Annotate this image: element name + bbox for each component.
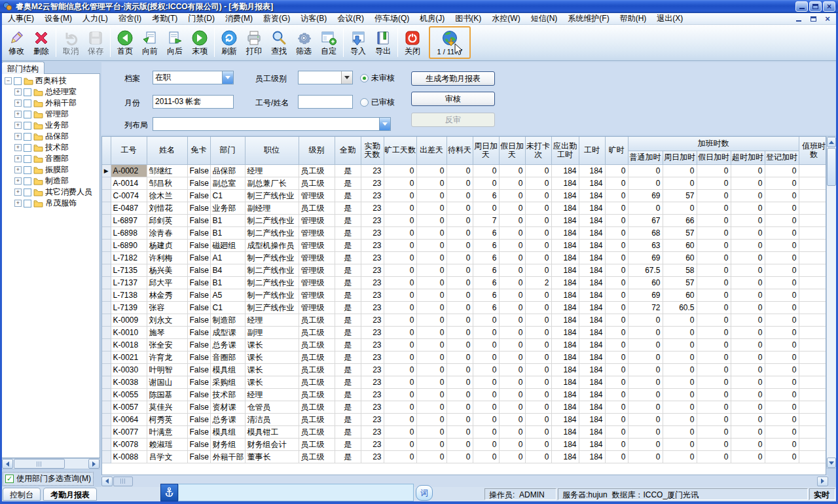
minimize-button[interactable] xyxy=(795,1,808,12)
column-header[interactable]: 待料天 xyxy=(446,137,473,164)
table-row[interactable]: K-0038谢国山False采购组课长员工级是23000000184184000… xyxy=(102,376,826,388)
checkbox-icon[interactable] xyxy=(24,177,31,185)
checkbox-icon[interactable] xyxy=(24,99,31,107)
table-row[interactable]: ▶A-0002邹继红False品保部经理员工级是2300000018418400… xyxy=(102,164,826,177)
menu-item[interactable]: 消费(M) xyxy=(220,12,258,25)
layout-select[interactable] xyxy=(153,117,391,131)
table-row[interactable]: K-0018张全安False总务课课长员工级是23000000184184000… xyxy=(102,338,826,351)
column-header[interactable]: 普通加时 xyxy=(628,151,663,164)
column-header[interactable]: 姓名 xyxy=(147,137,187,164)
export-button[interactable]: 导出 xyxy=(371,26,395,59)
mdi-restore-button[interactable] xyxy=(808,14,818,24)
dropdown-button[interactable] xyxy=(341,71,352,84)
column-header[interactable]: 周日加 天 xyxy=(473,137,499,164)
tree-item[interactable]: +帛茂服饰 xyxy=(2,198,100,209)
menu-item[interactable]: 图书(K) xyxy=(450,12,486,25)
table-row[interactable]: K-0064柯秀英False总务课清洁员员工级是2300000018418400… xyxy=(102,413,826,425)
close-button[interactable]: 关闭 xyxy=(400,26,425,59)
menu-item[interactable]: 帮助(H) xyxy=(615,12,652,25)
column-header[interactable]: 实勤 天数 xyxy=(361,137,384,164)
customize-button[interactable]: 自定 xyxy=(316,26,341,59)
sidebar-horizontal-scrollbar[interactable] xyxy=(1,458,100,469)
column-header[interactable]: 部门 xyxy=(210,137,245,164)
filter-button[interactable]: 筛选 xyxy=(291,26,316,59)
overtime-group-header[interactable]: 加班时数 xyxy=(628,137,799,151)
tree-expander-icon[interactable]: − xyxy=(5,77,12,84)
table-row[interactable]: L-7139张容FalseC1制三产线作业管理级是230006001841840… xyxy=(102,301,826,314)
column-header[interactable]: 工时 xyxy=(579,137,605,164)
tree-expander-icon[interactable]: + xyxy=(14,177,22,185)
tree-expander-icon[interactable]: + xyxy=(14,144,22,151)
chevron-down-icon[interactable] xyxy=(379,118,390,130)
column-header[interactable]: 旷时 xyxy=(605,137,628,164)
table-row[interactable]: L-7135杨兴美FalseB4制二产线作业管理级是23000600184184… xyxy=(102,264,826,276)
menu-item[interactable]: 系统维护(F) xyxy=(562,12,614,25)
table-row[interactable]: A-0014邹昌秋False副总室副总兼厂长员工级是23000000184184… xyxy=(102,177,826,189)
delete-button[interactable]: 删除 xyxy=(29,26,54,59)
record-pager-button[interactable]: 1 / 1177 xyxy=(429,26,471,59)
menu-item[interactable]: 门禁(D) xyxy=(183,12,220,25)
table-row[interactable]: K-0055陈国基False技术部经理员工级是23000000184184000… xyxy=(102,388,826,401)
menu-item[interactable]: 人事(E) xyxy=(3,12,39,25)
scroll-right-button[interactable] xyxy=(88,459,100,469)
tree-item[interactable]: +技术部 xyxy=(2,142,100,153)
menu-item[interactable]: 退出(X) xyxy=(651,12,688,25)
idname-input[interactable] xyxy=(298,95,353,109)
menu-item[interactable]: 短信(N) xyxy=(526,12,563,25)
level-select[interactable] xyxy=(298,71,353,84)
checkbox-icon[interactable] xyxy=(14,77,22,85)
menu-item[interactable]: 会议(R) xyxy=(332,12,369,25)
tree-expander-icon[interactable]: + xyxy=(14,155,22,162)
find-button[interactable]: 查找 xyxy=(266,26,291,59)
menu-item[interactable]: 宿舍(I) xyxy=(113,12,147,25)
tree-item[interactable]: +总经理室 xyxy=(2,86,100,98)
bottom-tab-active[interactable]: 考勤月报表 xyxy=(43,488,97,501)
table-row[interactable]: L-6897邱剑英FalseB1制二产线作业管理级是23000700184184… xyxy=(102,214,826,226)
tree-expander-icon[interactable]: + xyxy=(14,111,22,118)
print-button[interactable]: 打印 xyxy=(242,26,266,59)
scroll-up-button[interactable] xyxy=(827,137,836,147)
table-row[interactable]: L-7137邱大平FalseB1制二产线作业管理级是23000602184184… xyxy=(102,276,826,289)
table-row[interactable]: L-6890杨建贞False磁廻组成型机操作员管理级是2300060018418… xyxy=(102,239,826,251)
checkbox-icon[interactable] xyxy=(24,155,31,163)
tree-item[interactable]: +外籍干部 xyxy=(2,98,100,109)
tree-item[interactable]: +振膜部 xyxy=(2,164,100,175)
mdi-minimize-button[interactable] xyxy=(793,14,804,24)
last-button[interactable]: 末项 xyxy=(187,26,212,59)
menu-item[interactable]: 访客(B) xyxy=(295,12,332,25)
column-header[interactable]: 应出勤 工时 xyxy=(551,137,579,164)
bottom-tab-inactive[interactable]: 控制台 xyxy=(3,488,41,501)
scrollbar-thumb[interactable] xyxy=(827,148,836,186)
column-header[interactable]: 未打卡 次 xyxy=(525,137,551,164)
column-header[interactable]: 周日加时 xyxy=(663,151,697,164)
tree-expander-icon[interactable]: + xyxy=(14,133,22,140)
audit-button[interactable]: 审核 xyxy=(411,92,495,106)
menu-item[interactable]: 停车场(Q) xyxy=(369,12,414,25)
generate-report-button[interactable]: 生成考勤月报表 xyxy=(411,71,495,86)
month-input[interactable] xyxy=(153,95,234,109)
radio-unaudited[interactable]: 未审核 xyxy=(360,73,395,84)
next-button[interactable]: 向后 xyxy=(162,26,187,59)
first-button[interactable]: 首页 xyxy=(113,26,137,59)
archive-select[interactable]: 在职 xyxy=(153,71,234,84)
radio-audited[interactable]: 已审核 xyxy=(360,97,395,108)
column-header[interactable]: 超时加时 xyxy=(731,151,765,164)
scroll-right-button[interactable] xyxy=(817,477,828,486)
ime-word-button[interactable]: 词 xyxy=(416,485,433,501)
restore-button[interactable] xyxy=(809,1,822,12)
tree-item[interactable]: +其它消费人员 xyxy=(2,187,100,198)
column-header[interactable]: 假日加时 xyxy=(697,151,731,164)
column-header[interactable]: 级别 xyxy=(299,137,335,164)
tree-item[interactable]: +制造部 xyxy=(2,175,100,187)
table-row[interactable]: L-7138林金秀FalseA5制一产线作业管理级是23000600184184… xyxy=(102,289,826,301)
chevron-down-icon[interactable] xyxy=(222,71,233,84)
menu-item[interactable]: 设备(M) xyxy=(39,12,77,25)
tree-expander-icon[interactable]: + xyxy=(14,166,22,173)
scrollbar-thumb[interactable] xyxy=(113,477,133,486)
tree-item[interactable]: +品保部 xyxy=(2,131,100,142)
tree-item[interactable]: −西奥科技 xyxy=(2,75,100,86)
column-header[interactable]: 工号 xyxy=(111,137,147,164)
close-button[interactable]: × xyxy=(823,1,835,12)
table-row[interactable]: C-0074徐木兰FalseC1制三产线作业管理级是23000600184184… xyxy=(102,189,826,202)
refresh-button[interactable]: 刷新 xyxy=(217,26,242,59)
